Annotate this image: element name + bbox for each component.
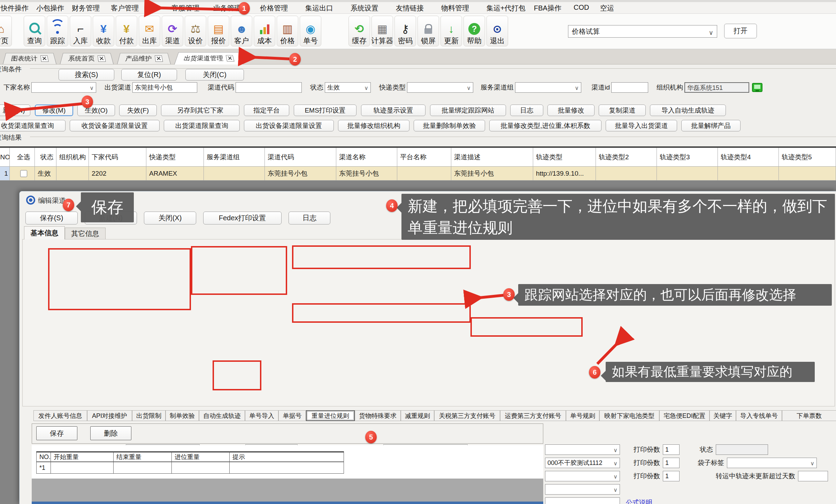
- filter-select-服务渠道组[interactable]: ∨: [515, 82, 581, 93]
- toolbar-button-客户[interactable]: ☻客户: [231, 16, 252, 46]
- toolbar-button-入库[interactable]: ⌐入库: [70, 16, 91, 46]
- menu-item-2[interactable]: 小包操作: [36, 3, 64, 13]
- bottom-tab-宅急便EDI配置[interactable]: 宅急便EDI配置: [659, 410, 710, 421]
- bottom-tab-关税第三方支付账号[interactable]: 关税第三方支付账号: [434, 410, 500, 421]
- results-cell-全选[interactable]: [10, 167, 35, 181]
- dialog-button-关闭(X)[interactable]: 关闭(X): [144, 212, 196, 224]
- action-button-另存到其它下家[interactable]: 另存到其它下家: [161, 105, 239, 116]
- results-cell-渠道名称[interactable]: 东莞挂号小包: [336, 167, 397, 181]
- menu-item-4[interactable]: 客户管理: [111, 3, 139, 13]
- menu-item-3[interactable]: 财务管理: [72, 3, 100, 13]
- quick-open-select[interactable]: 价格试算 ∨: [568, 25, 717, 38]
- tab-出货渠道管理[interactable]: 出货渠道管理✕: [174, 52, 243, 64]
- toolbar-button-跟踪[interactable]: 跟踪: [47, 16, 68, 46]
- results-column-header-状态[interactable]: 状态: [35, 148, 56, 167]
- menu-item-1[interactable]: 快件操作: [1, 3, 29, 13]
- results-column-header-渠道描述[interactable]: 渠道描述: [451, 148, 533, 167]
- results-cell-下家代码[interactable]: 2202: [89, 167, 146, 181]
- search-button[interactable]: 搜索(S): [59, 69, 114, 81]
- results-column-header-组织机构[interactable]: 组织机构: [56, 148, 89, 167]
- field-link-公式说明[interactable]: 公式说明: [626, 497, 652, 504]
- toolbar-button-成本[interactable]: 成本: [254, 16, 275, 46]
- toolbar-button-出库[interactable]: ✉出库: [139, 16, 160, 46]
- field-select-发票格式[interactable]: ∨: [545, 471, 620, 481]
- tab-close-icon[interactable]: ✕: [155, 55, 163, 62]
- toolbar-button-付款[interactable]: ¥付款: [116, 16, 137, 46]
- reset-button[interactable]: 复位(R): [121, 69, 177, 81]
- action-button-收货渠道限量查询[interactable]: 收货渠道限量查询: [0, 120, 66, 131]
- field-select-配货单格式[interactable]: ∨: [545, 484, 620, 495]
- bottom-tab-单据号[interactable]: 单据号: [278, 410, 306, 421]
- toolbar-button-设价[interactable]: ⚖设价: [185, 16, 206, 46]
- menu-item-12[interactable]: 集运+代打包: [486, 3, 526, 13]
- field-select-袋子标签[interactable]: ∨: [727, 458, 817, 468]
- toolbar-button-密码[interactable]: ⚷密码: [394, 16, 416, 46]
- results-column-header-下家代码[interactable]: 下家代码: [89, 148, 146, 167]
- tab-close-icon[interactable]: ✕: [98, 55, 106, 62]
- dialog-button-Fedex打印设置[interactable]: Fedex打印设置: [203, 212, 282, 224]
- action-button-修改(M)[interactable]: 修改(M): [35, 105, 73, 116]
- action-button-批量导入出货渠道[interactable]: 批量导入出货渠道: [606, 120, 677, 131]
- bottom-tab-单号规则[interactable]: 单号规则: [566, 410, 599, 421]
- toolbar-button-缓存[interactable]: ⟲缓存: [348, 16, 370, 46]
- rule-save-button[interactable]: 保存: [36, 426, 77, 440]
- results-column-header-轨迹类型5[interactable]: 轨迹类型5: [779, 148, 836, 167]
- results-column-header-轨迹类型3[interactable]: 轨迹类型3: [657, 148, 718, 167]
- results-cell-服务渠道组[interactable]: [204, 167, 265, 181]
- results-cell-渠道描述[interactable]: 东莞挂号小包: [451, 167, 533, 181]
- menu-item-10[interactable]: 友情链接: [396, 3, 424, 13]
- dialog-tab-基本信息[interactable]: 基本信息: [24, 226, 65, 239]
- menu-item-8[interactable]: 集运出口: [305, 3, 333, 13]
- toolbar-button-帮助[interactable]: ?帮助: [463, 16, 485, 46]
- bottom-tab-API对接维护[interactable]: API对接维护: [87, 410, 132, 421]
- action-button-轨迹显示设置[interactable]: 轨迹显示设置: [361, 105, 425, 116]
- toolbar-button-收款[interactable]: ¥收款: [93, 16, 114, 46]
- results-column-header-服务渠道组[interactable]: 服务渠道组: [204, 148, 265, 167]
- tab-图表统计[interactable]: 图表统计✕: [3, 53, 56, 64]
- bottom-tab-制单效验[interactable]: 制单效验: [166, 410, 199, 421]
- dialog-tab-其它信息[interactable]: 其它信息: [65, 228, 106, 239]
- bottom-tab-关键字[interactable]: 关键字: [710, 410, 736, 421]
- toolbar-button-价格[interactable]: ▥价格: [277, 16, 298, 46]
- toolbar-button-渠道[interactable]: ⟳渠道: [162, 16, 183, 46]
- menu-item-13[interactable]: FBA操作: [534, 3, 561, 13]
- field-input-打印份数[interactable]: 1: [663, 458, 680, 468]
- action-button-指定平台[interactable]: 指定平台: [244, 105, 289, 116]
- toolbar-button-计算器[interactable]: ▦计算器: [371, 16, 393, 46]
- tab-close-icon[interactable]: ✕: [226, 55, 235, 61]
- menu-item-15[interactable]: 空运: [600, 3, 614, 13]
- rule-grid-cell[interactable]: [172, 462, 230, 474]
- results-cell-渠道代码[interactable]: 东莞挂号小包: [265, 167, 336, 181]
- menu-item-14[interactable]: COD: [574, 3, 589, 12]
- action-button-批量修改类型,进位重,体积系数[interactable]: 批量修改类型,进位重,体积系数: [489, 120, 601, 131]
- results-cell-轨迹类型4[interactable]: [718, 167, 779, 181]
- field-input-打印份数[interactable]: 1: [663, 471, 680, 481]
- results-cell-轨迹类型3[interactable]: [657, 167, 718, 181]
- filter-input-渠道id[interactable]: [611, 82, 648, 93]
- action-button-出货设备渠道限量设置[interactable]: 出货设备渠道限量设置: [244, 120, 334, 131]
- row-select-checkbox[interactable]: [20, 170, 27, 177]
- toolbar-button-更新[interactable]: ↓更新: [440, 16, 462, 46]
- field-select-不干胶格式[interactable]: ∨: [545, 444, 620, 455]
- toolbar-button-退出[interactable]: ⊙退出: [486, 16, 508, 46]
- org-picker-icon[interactable]: [752, 83, 762, 92]
- filter-input-出货渠道[interactable]: 东莞挂号小包: [132, 82, 197, 93]
- bottom-tab-出货限制[interactable]: 出货限制: [132, 410, 166, 421]
- filter-select-下家名称[interactable]: ∨: [31, 82, 96, 93]
- results-cell-快递类型[interactable]: ARAMEX: [146, 167, 204, 181]
- toolbar-button-单号[interactable]: ◉单号: [300, 16, 321, 46]
- results-cell-状态[interactable]: 生效: [35, 167, 56, 181]
- menu-item-5[interactable]: 客服管理: [171, 3, 199, 13]
- results-column-header-NO.[interactable]: NO.: [0, 148, 10, 167]
- toolbar-button-首页[interactable]: ⌂首页: [0, 16, 12, 46]
- results-cell-轨迹类型2[interactable]: [596, 167, 657, 181]
- toolbar-button-查询[interactable]: 查询: [24, 16, 45, 46]
- action-button-日志[interactable]: 日志: [510, 105, 543, 116]
- close-button[interactable]: 关闭(C): [185, 69, 244, 81]
- action-button-出货渠道限量查询[interactable]: 出货渠道限量查询: [164, 120, 240, 131]
- bottom-tab-映射下家电池类型[interactable]: 映射下家电池类型: [599, 410, 659, 421]
- toolbar-button-报价[interactable]: ▤报价: [208, 16, 229, 46]
- action-button-批量修改组织机构[interactable]: 批量修改组织机构: [338, 120, 409, 131]
- results-cell-NO.[interactable]: 1: [0, 167, 10, 181]
- field-input-打印份数[interactable]: 1: [663, 444, 680, 455]
